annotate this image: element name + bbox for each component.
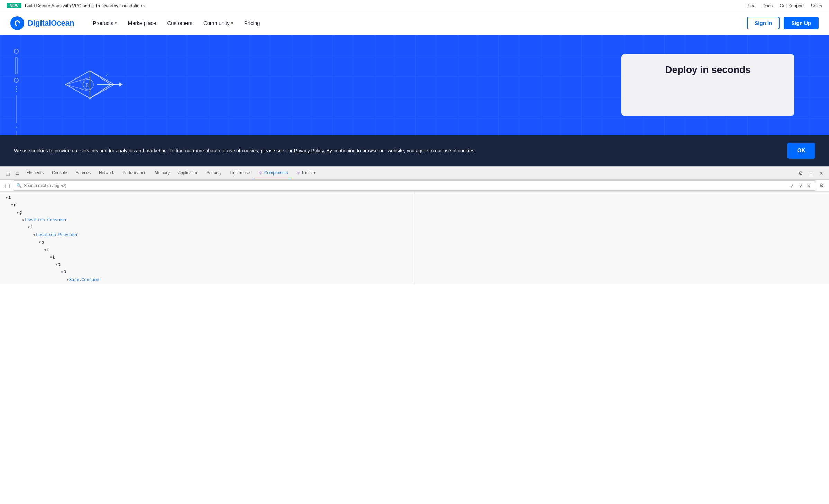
search-controls: ∧ ∨ ✕ <box>789 182 813 189</box>
tree-arrow[interactable]: ▼ <box>17 210 19 216</box>
tree-node-location-provider[interactable]: ▼ Location.Provider <box>33 232 409 239</box>
devtools-tab-memory[interactable]: Memory <box>151 167 174 179</box>
hero-circle-2 <box>14 78 19 83</box>
tree-arrow[interactable]: ▼ <box>55 262 57 268</box>
hero-dots <box>16 86 17 92</box>
tree-node-o[interactable]: ▼ o <box>39 239 409 247</box>
tree-component-label: Base.Consumer <box>69 277 102 284</box>
devtools-more-button[interactable]: ⋮ <box>806 168 816 178</box>
support-link[interactable]: Get Support <box>780 3 804 8</box>
products-chevron-icon: ▾ <box>115 21 117 25</box>
devtools-panel: ⬚ ▭ Elements Console Sources Network Per… <box>0 166 829 284</box>
hero-dot-4 <box>16 127 17 128</box>
hero-fish-decoration: {} ✓ ✓ <box>55 60 125 110</box>
devtools-component-tree: ▼ i ▼ n ▼ g ▼ Location.Consumer ▼ t ▼ <box>0 192 414 284</box>
devtools-search-bar: 🔍 ∧ ∨ ✕ <box>13 180 816 191</box>
nav-products[interactable]: Products ▾ <box>88 17 121 29</box>
tree-tag: g <box>19 209 22 217</box>
search-clear-button[interactable]: ✕ <box>805 182 813 189</box>
tree-node-t3[interactable]: ▼ t <box>55 261 409 269</box>
svg-marker-5 <box>119 83 123 87</box>
cookie-ok-button[interactable]: OK <box>787 143 815 159</box>
devtools-tab-sources[interactable]: Sources <box>71 167 95 179</box>
devtools-toolbar: ⬚ 🔍 ∧ ∨ ✕ ⚙ <box>0 180 829 192</box>
tree-arrow[interactable]: ▼ <box>61 270 63 276</box>
hero-fish-icon: {} ✓ ✓ <box>55 60 125 109</box>
devtools-tab-performance[interactable]: Performance <box>118 167 151 179</box>
tree-node-n[interactable]: ▼ n <box>11 202 409 209</box>
tree-node-t2[interactable]: ▼ t <box>50 254 409 262</box>
tree-node-g[interactable]: ▼ g <box>17 209 409 217</box>
tree-arrow[interactable]: ▼ <box>11 202 13 208</box>
devtools-device-button[interactable]: ▭ <box>12 168 22 178</box>
hero-circle-1 <box>14 49 19 54</box>
tree-arrow[interactable]: ▼ <box>6 195 8 201</box>
tree-arrow[interactable]: ▼ <box>50 255 52 261</box>
announcement-link[interactable]: Build Secure Apps with VPC and a Trustwo… <box>25 3 145 8</box>
tree-node-0[interactable]: ▼ 0 <box>61 269 409 277</box>
tree-tag: t <box>53 254 55 262</box>
devtools-tab-elements[interactable]: Elements <box>22 167 48 179</box>
tree-arrow[interactable]: ▼ <box>33 232 35 239</box>
tree-component-label: Location.Consumer <box>25 217 67 224</box>
tree-arrow[interactable]: ▼ <box>28 225 30 231</box>
search-prev-button[interactable]: ∧ <box>789 182 796 189</box>
devtools-tab-application[interactable]: Application <box>174 167 202 179</box>
devtools-tab-network[interactable]: Network <box>95 167 118 179</box>
tree-node-i[interactable]: ▼ i <box>6 194 409 202</box>
devtools-cursor-button[interactable]: ⬚ <box>3 181 12 190</box>
hero-dot-1 <box>16 86 17 87</box>
nav-pricing[interactable]: Pricing <box>239 17 265 29</box>
nav-buttons: Sign In Sign Up <box>747 17 819 29</box>
logo[interactable]: DigitalOcean <box>10 16 74 30</box>
svg-text:✓: ✓ <box>106 73 109 77</box>
top-right-links: Blog Docs Get Support Sales <box>747 3 822 8</box>
search-icon: 🔍 <box>16 183 22 188</box>
hero-line-2 <box>16 131 17 135</box>
devtools-properties-panel <box>414 192 829 284</box>
blog-link[interactable]: Blog <box>747 3 756 8</box>
tree-node-t1[interactable]: ▼ t <box>28 224 409 232</box>
hero-pill <box>15 57 18 74</box>
tree-arrow[interactable]: ▼ <box>66 277 69 283</box>
tree-tag: t <box>58 261 61 269</box>
devtools-tab-security[interactable]: Security <box>202 167 226 179</box>
devtools-tabs: ⬚ ▭ Elements Console Sources Network Per… <box>0 167 829 180</box>
cookie-text: We use cookies to provide our services a… <box>14 147 777 155</box>
devtools-settings-button[interactable]: ⚙ <box>796 168 805 178</box>
signup-button[interactable]: Sign Up <box>784 17 819 29</box>
devtools-content: ▼ i ▼ n ▼ g ▼ Location.Consumer ▼ t ▼ <box>0 192 829 284</box>
cookie-banner: We use cookies to provide our services a… <box>0 135 829 166</box>
devtools-tab-lighthouse[interactable]: Lighthouse <box>226 167 254 179</box>
devtools-inspect-button[interactable]: ⬚ <box>3 168 12 178</box>
tree-tag: i <box>8 194 11 202</box>
tree-node-location-consumer[interactable]: ▼ Location.Consumer <box>22 217 409 224</box>
tree-node-base-consumer[interactable]: ▼ Base.Consumer <box>66 277 409 284</box>
devtools-tab-profiler[interactable]: ⚛ Profiler <box>292 167 319 179</box>
tree-node-r[interactable]: ▼ r <box>44 246 409 254</box>
tree-tag: n <box>14 202 16 209</box>
nav-community[interactable]: Community ▾ <box>199 17 238 29</box>
nav-customers[interactable]: Customers <box>162 17 197 29</box>
tree-tag: 0 <box>64 269 66 277</box>
hero-deploy-card: Deploy in seconds <box>621 54 794 116</box>
search-settings-button[interactable]: ⚙ <box>817 181 826 190</box>
tree-arrow[interactable]: ▼ <box>44 247 46 253</box>
devtools-close-button[interactable]: ✕ <box>817 168 826 178</box>
devtools-tab-console[interactable]: Console <box>48 167 71 179</box>
community-chevron-icon: ▾ <box>231 21 233 25</box>
tree-arrow[interactable]: ▼ <box>22 217 24 224</box>
docs-link[interactable]: Docs <box>763 3 773 8</box>
devtools-search-input[interactable] <box>24 183 789 188</box>
search-next-button[interactable]: ∨ <box>797 182 804 189</box>
devtools-tab-components[interactable]: ⚛ Components <box>254 167 292 179</box>
sales-link[interactable]: Sales <box>811 3 822 8</box>
hero-card-title: Deploy in seconds <box>665 64 750 75</box>
tree-arrow[interactable]: ▼ <box>39 240 41 246</box>
main-nav: DigitalOcean Products ▾ Marketplace Cust… <box>0 11 829 35</box>
nav-marketplace[interactable]: Marketplace <box>123 17 161 29</box>
signin-button[interactable]: Sign In <box>747 17 780 29</box>
privacy-policy-link[interactable]: Privacy Policy. <box>294 148 325 153</box>
hero-section: {} ✓ ✓ Deploy in seconds <box>0 35 829 135</box>
hero-decorations <box>14 49 19 135</box>
